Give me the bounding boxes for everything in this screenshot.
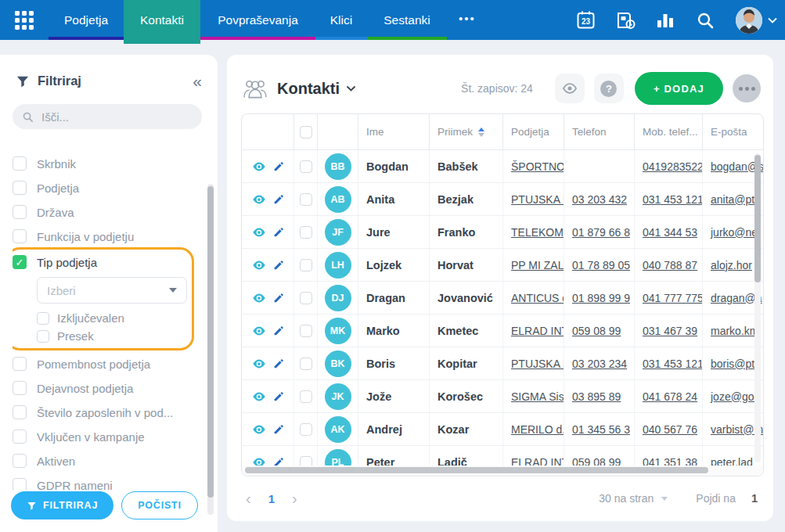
filter-checkbox[interactable] [13, 205, 27, 219]
option-checkbox[interactable] [37, 330, 49, 343]
vertical-scrollbar-thumb[interactable] [754, 155, 761, 282]
row-checkbox[interactable] [300, 226, 312, 239]
view-settings-button[interactable] [555, 74, 585, 103]
edit-record-icon[interactable] [273, 424, 284, 435]
view-record-icon[interactable] [252, 260, 266, 271]
cell-podjetje-link[interactable]: ELRAD INT [502, 446, 564, 467]
cell-podjetje-link[interactable]: PTUJSKA kl [502, 183, 564, 215]
row-checkbox[interactable] [300, 358, 312, 370]
nav-tab-kontakti[interactable]: Kontakti [124, 0, 200, 44]
nav-tab-povprasevanja[interactable]: Povpraševanja [200, 0, 315, 40]
cell-mobitel-link[interactable]: 041 777 775 [634, 282, 702, 314]
filter-checkbox[interactable] [13, 405, 27, 419]
filter-checkbox-checked[interactable] [13, 255, 27, 269]
cell-mobitel-link[interactable]: 041 678 24 [634, 380, 702, 412]
goto-page-input[interactable]: 1 [751, 492, 758, 505]
horizontal-scrollbar-thumb[interactable] [245, 467, 708, 473]
search-input[interactable] [40, 110, 181, 124]
edit-record-icon[interactable] [273, 358, 284, 369]
edit-record-icon[interactable] [273, 194, 284, 205]
cell-telefon-link[interactable]: 03 203 234 [564, 347, 634, 379]
cell-telefon-link[interactable] [564, 150, 634, 182]
view-record-icon[interactable] [252, 194, 266, 205]
filter-checkbox[interactable] [13, 454, 27, 468]
cell-podjetje-link[interactable]: PTUJSKA kl [502, 347, 564, 379]
app-grid-icon[interactable] [0, 0, 49, 40]
view-record-icon[interactable] [252, 424, 266, 435]
row-checkbox[interactable] [300, 193, 312, 206]
cell-mobitel-link[interactable]: 041 344 53 [634, 216, 702, 248]
cell-podjetje-link[interactable]: MERILO d.o [502, 413, 564, 445]
cell-podjetje-link[interactable]: TELEKOM S [502, 216, 564, 248]
edit-record-icon[interactable] [273, 325, 284, 336]
cell-telefon-link[interactable]: 059 08 99 [564, 446, 634, 467]
cell-podjetje-link[interactable]: PP MI ZALO [502, 249, 564, 281]
row-checkbox[interactable] [300, 423, 312, 436]
view-record-icon[interactable] [252, 161, 266, 172]
cell-telefon-link[interactable]: 01 78 89 05 [564, 249, 634, 281]
header-telefon[interactable]: Telefon [564, 114, 634, 149]
view-record-icon[interactable] [252, 227, 266, 238]
cell-telefon-link[interactable]: 01 345 56 3 [564, 413, 634, 445]
apply-filter-button[interactable]: FILTRIRAJ [11, 491, 113, 519]
edit-record-icon[interactable] [273, 293, 284, 304]
tip-podjetja-select[interactable]: Izberi [37, 277, 187, 304]
row-checkbox[interactable] [300, 325, 312, 337]
view-record-icon[interactable] [252, 293, 266, 304]
nav-tab-klici[interactable]: Klici [315, 0, 367, 40]
filter-checkbox[interactable] [13, 381, 27, 395]
prev-page-button[interactable]: ‹ [241, 491, 256, 506]
cell-podjetje-link[interactable]: SIGMA Sist [502, 380, 564, 412]
clear-filter-button[interactable]: POČISTI [121, 491, 198, 519]
row-checkbox[interactable] [300, 160, 312, 173]
nav-tab-podjetja[interactable]: Podjetja [49, 0, 124, 40]
next-page-button[interactable]: › [287, 491, 302, 506]
activity-log-icon[interactable] [615, 10, 636, 31]
cell-mobitel-link[interactable]: 040 567 76 [634, 413, 702, 445]
cell-telefon-link[interactable]: 01 898 99 9 [564, 282, 634, 314]
cell-telefon-link[interactable]: 059 08 99 [564, 315, 634, 347]
edit-record-icon[interactable] [273, 227, 284, 238]
module-switch-caret[interactable] [346, 85, 356, 92]
statistics-icon[interactable] [655, 10, 675, 31]
nav-more-menu[interactable]: ••• [447, 0, 488, 40]
sidebar-scrollbar-thumb[interactable] [207, 186, 214, 498]
header-ime[interactable]: Ime [358, 114, 429, 149]
cell-mobitel-link[interactable]: 0419283522 [634, 150, 702, 182]
filter-checkbox[interactable] [13, 181, 27, 195]
filter-checkbox[interactable] [13, 156, 27, 171]
row-checkbox[interactable] [300, 390, 312, 403]
cell-telefon-link[interactable]: 01 879 66 8 [564, 216, 634, 248]
cell-mobitel-link[interactable]: 031 453 121 [634, 347, 702, 379]
per-page-select[interactable]: 30 na stran [599, 492, 654, 505]
edit-record-icon[interactable] [273, 391, 284, 402]
view-record-icon[interactable] [252, 325, 266, 336]
header-mob-telefon[interactable]: Mob. telef... [634, 114, 702, 149]
add-contact-button[interactable]: + DODAJ [635, 72, 723, 105]
more-actions-button[interactable] [733, 74, 761, 102]
view-record-icon[interactable] [252, 391, 266, 402]
cell-mobitel-link[interactable]: 031 467 39 [634, 315, 702, 347]
cell-mobitel-link[interactable]: 031 453 121 [634, 183, 702, 215]
filter-checkbox[interactable] [13, 357, 27, 371]
calendar-icon[interactable]: 23 [575, 10, 596, 31]
row-checkbox[interactable] [300, 259, 312, 271]
sort-priimek-icon[interactable] [478, 128, 484, 137]
cell-podjetje-link[interactable]: ANTICUS d [502, 282, 564, 314]
per-page-caret-icon[interactable] [661, 497, 668, 501]
edit-record-icon[interactable] [273, 161, 284, 172]
filter-checkbox[interactable] [13, 430, 27, 444]
nav-tab-sestanki[interactable]: Sestanki [367, 0, 447, 40]
cell-podjetje-link[interactable]: ŠPORTNO D [502, 150, 564, 182]
select-all-checkbox[interactable] [300, 126, 312, 138]
filter-search[interactable] [13, 104, 202, 129]
collapse-sidebar-button[interactable]: « [193, 75, 202, 88]
filter-checkbox[interactable] [13, 229, 27, 243]
cell-mobitel-link[interactable]: 041 351 38 [634, 446, 702, 467]
help-button[interactable]: ? [594, 74, 624, 103]
header-podjetja[interactable]: Podjetja [502, 114, 564, 149]
current-page-button[interactable]: 1 [268, 492, 275, 505]
cell-telefon-link[interactable]: 03 203 432 [564, 183, 634, 215]
view-record-icon[interactable] [252, 358, 266, 369]
header-eposta[interactable]: E-pošta [702, 114, 763, 149]
